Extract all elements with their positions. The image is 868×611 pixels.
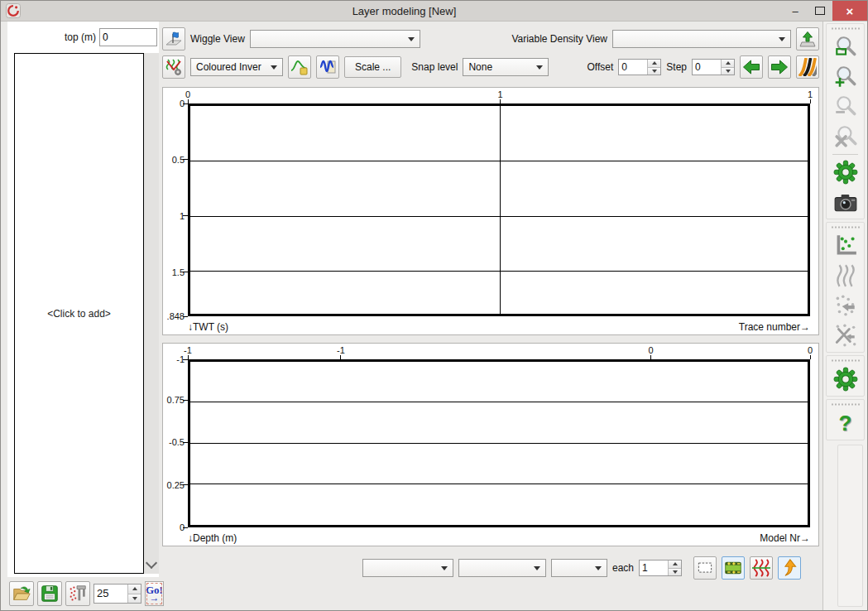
prestack-view-button[interactable]	[796, 55, 819, 79]
app-logo-icon[interactable]	[6, 3, 21, 18]
offset-label: Offset	[587, 61, 614, 73]
select-rect-icon	[696, 559, 714, 577]
pick-peak-button[interactable]	[288, 55, 311, 79]
step-value: 0	[693, 60, 721, 75]
snapshot-camera-icon	[833, 190, 858, 214]
select-mode-button[interactable]	[693, 556, 717, 580]
left-bottom-toolbar: 25 Go! →	[7, 577, 159, 610]
y-axis-tick-mark	[183, 442, 188, 443]
y-axis-tick-mark	[183, 400, 188, 401]
spin-down-button[interactable]	[128, 594, 141, 604]
close-icon: ×	[846, 4, 854, 18]
zoom-area-button[interactable]	[830, 32, 861, 62]
level-combo[interactable]	[362, 559, 453, 577]
display-properties-button[interactable]	[65, 581, 90, 606]
snapshot-button[interactable]	[830, 187, 861, 217]
toolbar-drag-handle[interactable]	[831, 26, 861, 31]
chevron-down-icon	[536, 65, 543, 70]
marker-combo[interactable]	[458, 559, 546, 577]
seismic-display-button[interactable]	[750, 556, 773, 580]
spin-down-button[interactable]	[722, 67, 734, 75]
empty-dock-area	[837, 445, 863, 607]
wiggle-display-button[interactable]	[830, 261, 861, 291]
toolbar-drag-handle[interactable]	[831, 358, 861, 363]
layer-settings-button[interactable]	[830, 364, 861, 394]
orange-up-arrow-icon	[780, 559, 798, 577]
zoom-toolbar	[826, 23, 865, 219]
toolbar-drag-handle[interactable]	[831, 402, 861, 407]
next-offset-button[interactable]	[768, 55, 791, 79]
main-area: top (m) <Click to add>	[1, 22, 867, 610]
toolbar-drag-handle[interactable]	[831, 225, 861, 229]
layer-list-scrollbar[interactable]	[144, 53, 159, 574]
save-icon	[40, 584, 60, 604]
open-button[interactable]	[9, 581, 34, 606]
viewer-settings-button[interactable]	[830, 157, 861, 187]
apply-tools-icon	[833, 323, 858, 348]
synthetic-generation-button[interactable]	[162, 55, 185, 79]
zoom-in-button[interactable]	[830, 62, 861, 92]
vd-view-combo[interactable]	[612, 30, 791, 48]
spin-up-button[interactable]	[722, 60, 734, 67]
spin-up-button[interactable]	[128, 585, 141, 594]
settings-toolbar	[826, 355, 865, 397]
flatten-button[interactable]	[778, 556, 801, 580]
polarity-display-button[interactable]	[722, 556, 745, 580]
layer-modeling-window: Layer modeling [New] – × top (m) <Click …	[0, 0, 868, 611]
y-axis-tick-label: -0.5	[162, 437, 185, 447]
apply-properties-button[interactable]	[830, 291, 861, 320]
window-title: Layer modeling [New]	[26, 5, 783, 17]
display-parameters-button[interactable]	[162, 27, 185, 51]
y-axis-title: ↓TWT (s)	[188, 321, 228, 333]
chevron-down-icon[interactable]	[146, 557, 157, 569]
minimize-button[interactable]: –	[783, 2, 808, 20]
layer-list[interactable]: <Click to add>	[14, 53, 144, 574]
import-button[interactable]	[796, 27, 819, 51]
wavelet-icon	[319, 58, 337, 76]
depth-plot-area[interactable]	[188, 359, 810, 527]
x-axis-tick-mark	[650, 355, 651, 359]
model-count-value: 25	[94, 585, 127, 603]
style-combo[interactable]	[551, 559, 607, 577]
gridline	[190, 402, 808, 402]
offset-spinner[interactable]: 0	[618, 59, 661, 75]
x-axis-tick-label: -1	[337, 345, 345, 355]
settings-gear-icon	[833, 160, 858, 185]
analysis-toolbar	[826, 222, 865, 353]
annotation-toolbar: each 1	[162, 553, 819, 583]
help-toolbar: ?	[826, 399, 865, 440]
go-button[interactable]: Go! →	[145, 581, 164, 606]
y-axis-tick-label: 1.5	[162, 267, 185, 277]
cancel-zoom-button[interactable]	[830, 122, 861, 152]
each-spinner[interactable]: 1	[639, 560, 682, 576]
spin-up-button[interactable]	[648, 60, 660, 67]
step-spinner[interactable]: 0	[692, 59, 735, 75]
snap-level-combo[interactable]: None	[463, 58, 549, 76]
close-button[interactable]: ×	[832, 1, 867, 21]
zoom-out-button[interactable]	[830, 92, 861, 122]
wiggle-view-combo[interactable]	[250, 30, 420, 48]
x-axis-tick-label: 0	[185, 89, 190, 99]
save-button[interactable]	[37, 581, 62, 606]
spin-down-button[interactable]	[648, 67, 660, 75]
wiggle-plot-area[interactable]	[188, 103, 810, 316]
spin-up-button[interactable]	[669, 560, 681, 568]
model-count-spinner[interactable]: 25	[94, 584, 141, 604]
maximize-icon	[815, 7, 825, 15]
wiggle-view-label: Wiggle View	[190, 33, 245, 45]
x-axis-tick-mark	[340, 355, 341, 359]
apply-tools-button[interactable]	[830, 320, 861, 350]
scale-button[interactable]: Scale ...	[344, 56, 401, 78]
y-axis-tick-mark	[183, 484, 188, 485]
gridline	[190, 271, 808, 272]
toolbar-separator	[832, 154, 859, 155]
previous-offset-button[interactable]	[740, 55, 763, 79]
crossplot-button[interactable]	[830, 231, 861, 261]
y-axis-tick-label: 0.25	[162, 480, 185, 490]
wavelet-button[interactable]	[316, 55, 339, 79]
top-depth-input[interactable]	[99, 28, 157, 46]
help-button[interactable]: ?	[830, 408, 861, 438]
spin-down-button[interactable]	[669, 568, 681, 576]
maximize-button[interactable]	[808, 2, 832, 20]
synthetic-combo[interactable]: Coloured Inver	[190, 58, 283, 76]
